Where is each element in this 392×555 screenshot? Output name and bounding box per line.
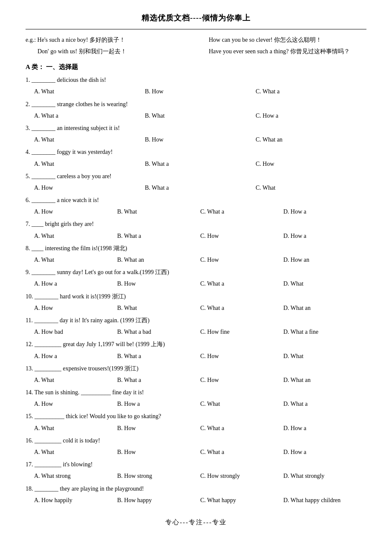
options-row-5: A. HowB. What aC. What bbox=[34, 182, 366, 193]
question-text-16: 16. _________ cold it is today! bbox=[26, 435, 366, 446]
option-14-0: A. How bbox=[34, 399, 117, 409]
option-10-3: D. What an bbox=[283, 303, 366, 313]
option-6-0: A. How bbox=[34, 206, 117, 217]
option-8-0: A. What bbox=[34, 254, 117, 265]
option-8-2: C. How bbox=[200, 254, 283, 265]
option-18-2: C. What happy bbox=[200, 495, 283, 506]
option-12-2: C. How bbox=[200, 351, 283, 361]
option-11-3: D. What a fine bbox=[283, 327, 366, 337]
options-row-17: A. What strongB. How strongC. How strong… bbox=[34, 471, 366, 481]
question-1: 1. ________ delicious the dish is!A. Wha… bbox=[26, 75, 366, 97]
option-11-0: A. How bad bbox=[34, 327, 117, 337]
question-15: 15. __________ thick ice! Would you like… bbox=[26, 411, 366, 433]
question-8: 8. ____ interesting the film is!(1998 湖北… bbox=[26, 243, 366, 265]
question-3: 3. ________ an interesting subject it is… bbox=[26, 123, 366, 145]
option-9-3: D. What bbox=[283, 278, 366, 289]
questions-container: 1. ________ delicious the dish is!A. Wha… bbox=[26, 75, 366, 506]
question-text-2: 2. ________ strange clothes he is wearin… bbox=[26, 99, 366, 110]
option-18-0: A. How happily bbox=[34, 495, 117, 506]
option-9-1: B. How bbox=[117, 278, 200, 289]
option-10-0: A. How bbox=[34, 303, 117, 313]
option-7-0: A. What bbox=[34, 231, 117, 241]
question-text-12: 12. _________ great day July 1,1997 will… bbox=[26, 339, 366, 350]
question-text-3: 3. ________ an interesting subject it is… bbox=[26, 123, 366, 133]
question-text-13: 13. _________ expensive trousers!(1999 浙… bbox=[26, 363, 366, 374]
option-18-1: B. How happy bbox=[117, 495, 200, 506]
options-row-9: A. How aB. HowC. What aD. What bbox=[34, 278, 366, 289]
options-row-16: A. WhatB. HowC. What aD. How a bbox=[34, 447, 366, 457]
options-row-3: A. WhatB. HowC. What an bbox=[34, 134, 366, 145]
option-11-2: C. How fine bbox=[200, 327, 283, 337]
example-left-1: e.g.: He's such a nice boy! 多好的孩子！ bbox=[26, 35, 183, 46]
question-text-5: 5. ________ careless a boy you are! bbox=[26, 171, 366, 182]
question-11: 11. ________ day it is! It's rainy again… bbox=[26, 315, 366, 337]
option-2-2: C. How a bbox=[256, 110, 366, 121]
option-4-0: A. What bbox=[34, 159, 145, 169]
question-4: 4. ________ foggy it was yesterday!A. Wh… bbox=[26, 147, 366, 169]
option-10-2: C. What a bbox=[200, 303, 283, 313]
option-6-2: C. What a bbox=[200, 206, 283, 217]
options-row-12: A. How aB. What aC. HowD. What bbox=[34, 351, 366, 361]
options-row-15: A. WhatB. HowC. What aD. How a bbox=[34, 423, 366, 434]
question-text-4: 4. ________ foggy it was yesterday! bbox=[26, 147, 366, 157]
option-1-2: C. What a bbox=[256, 86, 366, 97]
option-13-2: C. How bbox=[200, 375, 283, 385]
option-17-0: A. What strong bbox=[34, 471, 117, 481]
example-left-2: Don' go with us! 别和我们一起去！ bbox=[26, 46, 183, 58]
options-row-4: A. WhatB. What aC. How bbox=[34, 159, 366, 169]
question-text-18: 18. ________ they are playing in the pla… bbox=[26, 483, 366, 494]
question-text-10: 10. ________ hard work it is!(1999 浙江) bbox=[26, 291, 366, 302]
question-text-17: 17. _________ it's blowing! bbox=[26, 459, 366, 470]
option-13-1: B. What a bbox=[117, 375, 200, 385]
option-16-1: B. How bbox=[117, 447, 200, 457]
option-7-3: D. How a bbox=[283, 231, 366, 241]
question-text-7: 7. ____ bright girls they are! bbox=[26, 219, 366, 229]
option-1-0: A. What bbox=[34, 86, 145, 97]
option-15-1: B. How bbox=[117, 423, 200, 434]
option-16-3: D. How a bbox=[283, 447, 366, 457]
question-text-6: 6. ________ a nice watch it is! bbox=[26, 195, 366, 205]
options-row-13: A. WhatB. What aC. HowD. What an bbox=[34, 375, 366, 385]
question-2: 2. ________ strange clothes he is wearin… bbox=[26, 99, 366, 121]
title-divider bbox=[26, 29, 366, 29]
option-17-3: D. What strongly bbox=[283, 471, 366, 481]
footer-text: 专心---专注---专业 bbox=[26, 518, 366, 526]
option-2-0: A. What a bbox=[34, 110, 145, 121]
option-5-0: A. How bbox=[34, 182, 145, 193]
question-6: 6. ________ a nice watch it is!A. HowB. … bbox=[26, 195, 366, 217]
example-right-2: Have you ever seen such a thing? 你曾见过这种事… bbox=[209, 46, 366, 58]
question-18: 18. ________ they are playing in the pla… bbox=[26, 483, 366, 506]
option-2-1: B. What bbox=[145, 110, 256, 121]
option-9-0: A. How a bbox=[34, 278, 117, 289]
question-5: 5. ________ careless a boy you are!A. Ho… bbox=[26, 171, 366, 193]
options-row-18: A. How happilyB. How happyC. What happyD… bbox=[34, 495, 366, 506]
option-5-1: B. What a bbox=[145, 182, 256, 193]
examples-section: e.g.: He's such a nice boy! 多好的孩子！ How c… bbox=[26, 35, 366, 57]
option-16-0: A. What bbox=[34, 447, 117, 457]
option-6-3: D. How a bbox=[283, 206, 366, 217]
option-17-1: B. How strong bbox=[117, 471, 200, 481]
option-12-0: A. How a bbox=[34, 351, 117, 361]
question-text-14: 14. The sun is shining. __________ fine … bbox=[26, 387, 366, 398]
option-17-2: C. How strongly bbox=[200, 471, 283, 481]
options-row-8: A. WhatB. What anC. HowD. How an bbox=[34, 254, 366, 265]
question-text-8: 8. ____ interesting the film is!(1998 湖北… bbox=[26, 243, 366, 254]
option-11-1: B. What a bad bbox=[117, 327, 200, 337]
option-12-3: D. What bbox=[283, 351, 366, 361]
option-15-3: D. How a bbox=[283, 423, 366, 434]
options-row-14: A. HowB. How aC. WhatD. What a bbox=[34, 399, 366, 409]
question-text-15: 15. __________ thick ice! Would you like… bbox=[26, 411, 366, 422]
option-7-2: C. How bbox=[200, 231, 283, 241]
options-row-2: A. What aB. WhatC. How a bbox=[34, 110, 366, 121]
option-5-2: C. What bbox=[256, 182, 366, 193]
question-16: 16. _________ cold it is today!A. WhatB.… bbox=[26, 435, 366, 457]
option-14-3: D. What a bbox=[283, 399, 366, 409]
option-16-2: C. What a bbox=[200, 447, 283, 457]
question-text-1: 1. ________ delicious the dish is! bbox=[26, 75, 366, 85]
question-13: 13. _________ expensive trousers!(1999 浙… bbox=[26, 363, 366, 385]
page-title: 精选优质文档----倾情为你奉上 bbox=[26, 13, 366, 23]
example-row-1: e.g.: He's such a nice boy! 多好的孩子！ How c… bbox=[26, 35, 366, 46]
question-14: 14. The sun is shining. __________ fine … bbox=[26, 387, 366, 409]
option-10-1: B. What bbox=[117, 303, 200, 313]
option-1-1: B. How bbox=[145, 86, 256, 97]
